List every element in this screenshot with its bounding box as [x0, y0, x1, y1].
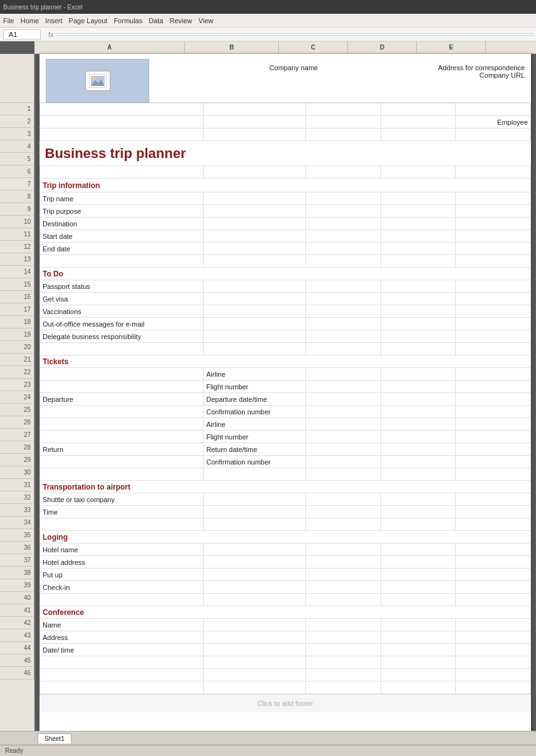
cell-r41e[interactable] [456, 619, 531, 631]
cell-r45c[interactable] [306, 669, 381, 681]
cell-r27c[interactable] [306, 443, 381, 456]
cell-retdate-label[interactable]: Return date/time [204, 443, 306, 456]
cell-a1[interactable] [40, 103, 204, 116]
table-row[interactable] [40, 681, 531, 694]
cell-r29b[interactable] [204, 468, 306, 481]
table-row[interactable]: Loging [40, 531, 531, 543]
cell-delegate-val[interactable] [204, 330, 306, 343]
cell-r46a[interactable] [40, 681, 204, 694]
table-row[interactable]: Passport status [40, 280, 531, 293]
cell-r11d[interactable] [381, 243, 456, 255]
section-todo-header-cell[interactable]: To Do [40, 268, 531, 280]
cell-d5[interactable] [381, 166, 456, 179]
cell-r28a[interactable] [40, 456, 204, 468]
cell-r12c[interactable] [306, 255, 381, 268]
cell-hotelname-val[interactable] [204, 543, 306, 556]
cell-r25d[interactable] [381, 418, 456, 431]
cell-r37e[interactable] [456, 569, 531, 581]
cell-time-label[interactable]: Time [40, 506, 204, 518]
table-row[interactable]: Airline [40, 368, 531, 381]
section-loging-header-cell[interactable]: Loging [40, 531, 531, 543]
cell-r33d[interactable] [381, 518, 456, 531]
cell-r33e[interactable] [456, 518, 531, 531]
company-name-cell[interactable]: Company name [149, 59, 438, 71]
cell-b7d[interactable] [381, 192, 456, 205]
menu-formulas[interactable]: Formulas [113, 17, 142, 24]
cell-r9c[interactable] [306, 218, 381, 230]
cell-ooo-val[interactable] [204, 318, 306, 330]
cell-return-label[interactable]: Return [40, 443, 204, 456]
cell-r28e[interactable] [456, 456, 531, 468]
menu-insert[interactable]: Insert [45, 17, 63, 24]
cell-shuttle-label[interactable]: Shuttle or taxi company [40, 493, 204, 506]
cell-r16d[interactable] [381, 305, 456, 318]
cell-flightnum2-label[interactable]: Flight number [204, 431, 306, 443]
cell-c3[interactable] [306, 129, 381, 141]
cell-r35c[interactable] [306, 543, 381, 556]
table-row[interactable]: To Do [40, 268, 531, 280]
cell-c2[interactable] [306, 116, 381, 129]
menu-home[interactable]: Home [21, 17, 39, 24]
table-row[interactable]: Hotel address [40, 556, 531, 569]
cell-r24c[interactable] [306, 406, 381, 418]
table-row[interactable]: Out-of-office messages for e-mail [40, 318, 531, 330]
cell-confname-label[interactable]: Name [40, 619, 204, 631]
section-conference-header-cell[interactable]: Conference [40, 606, 531, 619]
cell-r29a[interactable] [40, 468, 204, 481]
cell-r33b[interactable] [204, 518, 306, 531]
table-row[interactable]: Airline [40, 418, 531, 431]
cell-r29c[interactable] [306, 468, 381, 481]
cell-r19e[interactable] [456, 343, 531, 355]
formula-input[interactable] [56, 33, 533, 36]
cell-r39d[interactable] [381, 594, 456, 606]
cell-r21e[interactable] [456, 368, 531, 381]
cell-r10e[interactable] [456, 230, 531, 243]
cell-confaddr-val[interactable] [204, 631, 306, 644]
table-row[interactable]: Departure Departure date/time [40, 393, 531, 406]
menu-review[interactable]: Review [169, 17, 192, 24]
cell-r43e[interactable] [456, 644, 531, 656]
cell-r41d[interactable] [381, 619, 456, 631]
cell-a3[interactable] [40, 129, 204, 141]
cell-r8e[interactable] [456, 205, 531, 218]
cell-r15c[interactable] [306, 293, 381, 305]
table-row[interactable]: Flight number [40, 431, 531, 443]
cell-r16e[interactable] [456, 305, 531, 318]
cell-r35e[interactable] [456, 543, 531, 556]
table-row[interactable]: Flight number [40, 381, 531, 393]
cell-r18c[interactable] [306, 330, 381, 343]
menu-data[interactable]: Data [149, 17, 163, 24]
cell-r23d[interactable] [381, 393, 456, 406]
cell-r16c[interactable] [306, 305, 381, 318]
table-row[interactable]: Business trip planner [40, 141, 531, 166]
cell-reference[interactable]: A1 [3, 29, 41, 39]
menu-pagelayout[interactable]: Page Layout [69, 17, 108, 24]
cell-r46b[interactable] [204, 681, 306, 694]
cell-b7c[interactable] [306, 192, 381, 205]
cell-r46e[interactable] [456, 681, 531, 694]
cell-r26e[interactable] [456, 431, 531, 443]
sheet-tab-1[interactable]: Sheet1 [38, 733, 71, 743]
cell-r36c[interactable] [306, 556, 381, 569]
menu-bar[interactable]: File Home Insert Page Layout Formulas Da… [0, 14, 536, 28]
cell-r32e[interactable] [456, 506, 531, 518]
cell-r21c[interactable] [306, 368, 381, 381]
cell-r45d[interactable] [381, 669, 456, 681]
cell-r38e[interactable] [456, 581, 531, 594]
table-row[interactable]: Tickets [40, 355, 531, 368]
table-row[interactable]: Shuttle or taxi company [40, 493, 531, 506]
cell-r14e[interactable] [456, 280, 531, 293]
cell-r33a[interactable] [40, 518, 204, 531]
cell-flightnum1-label[interactable]: Flight number [204, 381, 306, 393]
cell-r28d[interactable] [381, 456, 456, 468]
cell-confname-val[interactable] [204, 619, 306, 631]
cell-startdate-val[interactable] [204, 230, 306, 243]
cell-r21a[interactable] [40, 368, 204, 381]
cell-r9e[interactable] [456, 218, 531, 230]
cell-confaddr-label[interactable]: Address [40, 631, 204, 644]
table-row[interactable]: Time [40, 506, 531, 518]
cell-hoteladdr-val[interactable] [204, 556, 306, 569]
cell-r23e[interactable] [456, 393, 531, 406]
cell-a2[interactable] [40, 116, 204, 129]
cell-b3[interactable] [204, 129, 306, 141]
